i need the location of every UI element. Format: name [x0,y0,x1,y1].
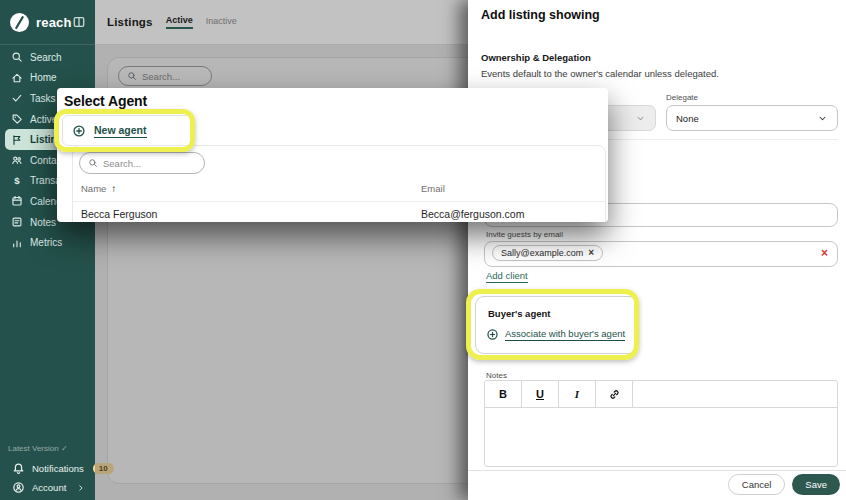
tasks-icon [11,92,23,104]
agent-email-cell: Becca@ferguson.com [421,208,524,220]
sidebar-item-label: Search [30,52,62,63]
sidebar-item-notifications[interactable]: Notifications 10 [0,459,95,478]
ownership-description: Events default to the owner's calendar u… [481,68,719,79]
bars-icon [11,237,23,249]
search-icon [11,51,23,63]
sidebar-item-label: Notes [30,217,56,228]
cancel-button[interactable]: Cancel [728,474,786,495]
clear-field-icon[interactable]: × [821,247,828,259]
sidebar-item-metrics[interactable]: Metrics [0,232,95,253]
agent-name-cell: Becca Ferguson [81,208,157,220]
notes-toolbar: BUI [485,381,837,408]
delegate-label: Delegate [666,93,698,102]
new-agent-button[interactable]: New agent [62,115,195,146]
contacts-icon [11,154,23,166]
drawer-footer-buttons: Cancel Save [728,474,840,495]
sort-ascending-icon: ↑ [111,183,116,194]
tag-icon [11,113,23,125]
search-icon [88,158,98,168]
sidebar-footer: Latest Version ✓ Notifications 10 Accoun… [0,444,95,497]
select-agent-modal: Select Agent New agent Search... Name ↑ … [57,88,608,222]
plus-circle-icon [72,124,86,138]
column-header-name[interactable]: Name ↑ [81,183,116,194]
drawer-footer-divider [468,470,846,471]
reach-logo-icon [9,12,30,33]
chevron-down-icon [817,113,828,124]
link-icon [608,388,621,401]
home-icon [11,72,23,84]
sidebar-item-label: Home [30,72,57,83]
chip-remove-icon[interactable]: × [588,248,594,258]
buyers-agent-heading: Buyer's agent [488,308,550,319]
agent-search-placeholder: Search... [103,158,141,169]
add-listing-showing-drawer: Add listing showing Ownership & Delegati… [468,0,846,500]
table-divider [73,201,605,202]
notes-label: Notes [486,371,507,380]
brand-name: reach [36,15,72,30]
chevron-right-icon [76,483,86,493]
buyers-agent-card: Buyer's agent Associate with buyer's age… [475,296,638,354]
app-window: Listings Active Inactive Search... reach… [0,0,846,500]
invite-guests-label: Invite guests by email [486,230,563,239]
email-chip-text: Sally@example.com [501,248,583,258]
add-client-link[interactable]: Add client [486,270,528,283]
sidebar-item-search[interactable]: Search [0,47,95,68]
version-label: Latest Version ✓ [0,444,95,453]
version-check-icon: ✓ [61,444,68,453]
plus-circle-icon [486,328,499,341]
chevron-down-icon [635,113,646,124]
email-chip[interactable]: Sally@example.com × [492,245,603,261]
sidebar-item-label: Tasks [30,93,56,104]
save-button[interactable]: Save [792,474,840,495]
sidebar: reach SearchHomeTasksActive ClientsListi… [0,0,95,500]
bold-button[interactable]: B [485,381,522,407]
notes-editor[interactable]: BUI [484,380,838,467]
dollar-icon: $ [11,175,23,187]
modal-dim-overlay [95,0,468,500]
associate-buyers-agent-link[interactable]: Associate with buyer's agent [486,328,625,341]
delegate-select[interactable]: None [666,105,838,131]
sidebar-logo-row: reach [0,0,95,45]
italic-button[interactable]: I [559,381,596,407]
column-header-email: Email [421,183,445,194]
sidebar-item-account[interactable]: Account [0,478,95,497]
delegate-value: None [676,113,699,124]
agent-search-input[interactable]: Search... [79,152,205,174]
bell-icon [12,462,25,475]
calendar-icon [11,195,23,207]
sidebar-item-label: Metrics [30,237,62,248]
ownership-heading: Ownership & Delegation [481,52,591,63]
flag-icon [11,134,23,146]
link-button[interactable] [596,381,633,407]
agent-list-container: Search... Name ↑ Email Becca Ferguson Be… [72,145,606,222]
account-icon [12,481,25,494]
modal-title: Select Agent [64,93,147,109]
underline-button[interactable]: U [522,381,559,407]
collapse-sidebar-icon[interactable] [72,15,86,29]
svg-text:$: $ [14,175,20,186]
drawer-title: Add listing showing [481,8,600,22]
note-icon [11,216,23,228]
sidebar-item-home[interactable]: Home [0,68,95,89]
invite-guests-input[interactable]: Sally@example.com × × [484,241,838,267]
